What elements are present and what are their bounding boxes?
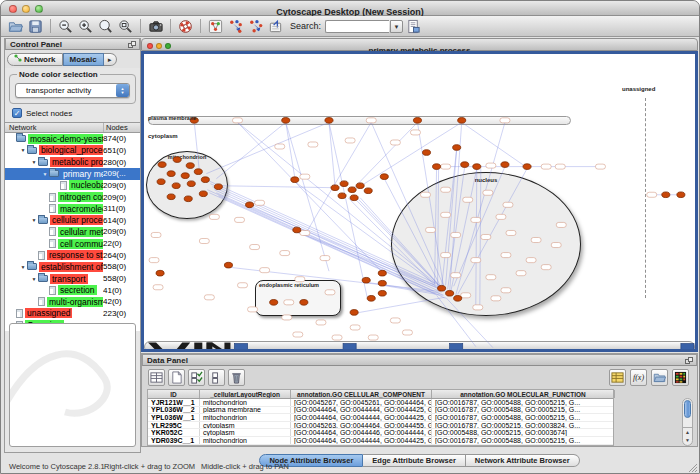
graph-node[interactable] [378,290,386,296]
graph-node[interactable] [356,183,364,189]
search-config-icon[interactable] [404,17,423,35]
graph-node[interactable] [167,171,175,177]
table-cell[interactable]: cytoplasm [200,429,291,436]
table-row[interactable]: YDR039C__1mitochondrion[GO:0044464, GO:0… [148,437,613,445]
tree-row-transport[interactable]: ▼transport558(0) [5,273,140,285]
scrollbar-thumb[interactable] [684,400,691,418]
graph-node[interactable] [473,164,481,170]
table-row[interactable]: YKR052Ccytoplasm[GO:0044464, GO:0044446,… [148,429,613,437]
network-graph[interactable] [144,54,695,349]
tree-row-macromolecule-m[interactable]: macromolecule m311(0) [5,203,140,215]
graph-node[interactable] [350,310,358,316]
graph-node[interactable] [157,179,165,185]
tree-row-primary-metabolic-p[interactable]: ▼primary metabolic p209(... [5,168,140,180]
view-close-button[interactable] [147,43,153,49]
select-attributes-icon[interactable] [188,369,205,386]
table-cell[interactable]: YPL036W__1 [148,414,200,421]
tree-row-establishment-of-lo[interactable]: ▼establishment of lo558(0) [5,261,140,273]
graph-node[interactable] [362,277,370,283]
graph-node[interactable] [348,187,356,193]
tree-row-metabolic-process[interactable]: ▼metabolic process280(0) [5,156,140,168]
tab-mosaic[interactable]: Mosaic [63,53,104,66]
network-overview-icon[interactable] [206,17,225,35]
graph-node[interactable] [677,192,685,198]
open-folder-icon[interactable] [6,17,25,35]
graph-node[interactable] [214,184,222,190]
graph-node[interactable] [173,157,181,163]
import-attributes-icon[interactable] [651,369,668,386]
graph-node[interactable] [246,202,254,208]
select-nodes-checkbox[interactable]: ✓ [12,108,22,118]
graph-node[interactable] [158,162,166,168]
tree-row-multi-organism-pro[interactable]: multi-organism pro42(0) [5,296,140,308]
graph-node[interactable] [156,270,164,276]
table-row[interactable]: YJR121W__1mitochondrion[GO:0045267, GO:0… [148,399,613,407]
table-cell[interactable]: mitochondrion [200,437,291,444]
table-cell[interactable]: YKR052C [148,429,200,436]
tree-row-cell-communicatio[interactable]: cell communicatio22(0) [5,238,140,250]
tree-row-nucleobase-conta[interactable]: nucleobase-conta209(0) [5,180,140,192]
tree-row-biological-process[interactable]: ▼biological_process651(0) [5,145,140,157]
table-cell[interactable]: [GO:0016787, GO:0005488, GO:0005215, G..… [432,399,615,406]
graph-node[interactable] [461,162,469,168]
formula-builder-icon[interactable]: f(x) [630,369,647,386]
snapshot-camera-icon[interactable] [146,17,165,35]
graph-node[interactable] [433,164,441,170]
graph-node[interactable] [167,194,175,200]
graph-node[interactable] [378,270,386,276]
tree-row-cellular-metabolic[interactable]: cellular metabolic209(0) [5,226,140,238]
graph-node[interactable] [380,174,388,180]
graph-node[interactable] [413,118,421,124]
view-minimize-button[interactable] [156,43,162,49]
graph-node[interactable] [300,300,308,306]
minimize-button[interactable] [22,5,30,13]
graph-node[interactable] [662,192,670,198]
save-icon[interactable] [26,17,45,35]
graph-node[interactable] [186,163,194,169]
table-cell[interactable]: [GO:0044464, GO:0044444, GO:0044425, G..… [291,414,432,421]
graph-node[interactable] [282,118,290,124]
tree-expander-icon[interactable]: ▼ [30,276,38,282]
new-attribute-icon[interactable] [168,369,185,386]
graph-node[interactable] [423,150,431,156]
graph-node[interactable] [340,181,348,187]
search-input[interactable] [325,20,389,33]
node-color-dropdown[interactable]: transporter activity ▲▼ [15,83,130,98]
graph-node[interactable] [194,169,202,175]
column-header-annotation-go-cellular-component[interactable]: annotation.GO CELLULAR_COMPONENT [291,390,432,398]
graph-node[interactable] [338,193,346,199]
search-dropdown-button[interactable]: ▼ [390,20,403,33]
graph-node[interactable] [454,296,462,302]
graph-node[interactable] [458,118,466,124]
table-cell[interactable]: [GO:0016787, GO:0005488, GO:0005215, G..… [432,414,615,421]
graph-node[interactable] [325,118,333,124]
graph-node[interactable] [364,188,372,194]
attribute-table[interactable]: ID_cellularLayoutRegionannotation.GO CEL… [147,389,614,446]
graph-node[interactable] [331,185,339,191]
unselect-attributes-icon[interactable] [208,369,225,386]
zoom-window-button[interactable] [35,5,43,13]
table-cell[interactable]: [GO:0044464, GO:0044444, GO:0044425, G..… [291,407,432,414]
tree-row-nitrogen-compoun[interactable]: nitrogen compoun209(0) [5,191,140,203]
help-lifering-icon[interactable] [176,17,195,35]
table-row[interactable]: YPL036W__2plasma membrane[GO:0044464, GO… [148,407,613,415]
zoom-out-icon[interactable] [56,17,75,35]
zoom-selected-icon[interactable] [96,17,115,35]
delete-attribute-icon[interactable] [228,369,245,386]
table-cell[interactable]: YDR039C__1 [148,437,200,444]
graph-node[interactable] [523,164,531,170]
apply-layout-icon[interactable] [226,17,245,35]
more-tabs-button[interactable]: ► [104,53,117,66]
graph-node[interactable] [453,145,461,151]
tree-column-nodes[interactable]: Nodes [104,123,140,132]
tree-expander-icon[interactable]: ▼ [41,171,49,177]
table-cell[interactable]: [GO:0044464, GO:0044444, GO:0044425, G..… [291,437,432,444]
network-canvas[interactable]: plasma membrane cytoplasm unassigned mit… [144,54,695,349]
table-cell[interactable]: [GO:0016787, GO:0005215, GO:0003824, G..… [432,422,615,429]
resize-grip[interactable] [687,462,697,471]
table-scrollbar[interactable]: ▲▼ [682,398,693,446]
table-cell[interactable]: [GO:0044464, GO:0044446, GO:0044444, G..… [291,429,432,436]
tree-row-unassigned[interactable]: unassigned223(0) [5,308,140,320]
heatmap-icon[interactable] [672,369,689,386]
tree-expander-icon[interactable]: ▼ [30,159,38,165]
